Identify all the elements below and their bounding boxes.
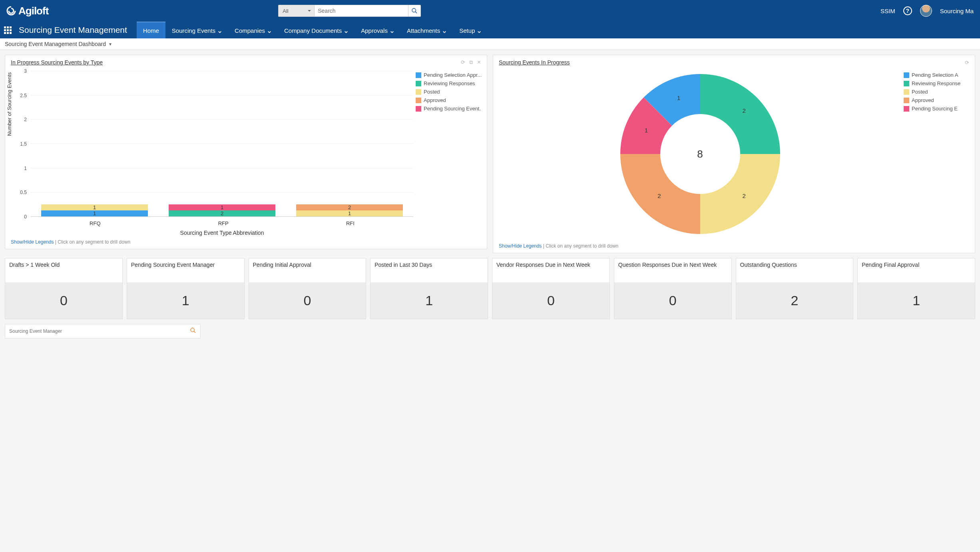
search-scope-select[interactable]: All bbox=[278, 5, 314, 17]
kpi-value: 0 bbox=[249, 282, 366, 319]
legend-label: Pending Sourcing Event... bbox=[424, 106, 481, 112]
help-icon[interactable]: ? bbox=[903, 6, 912, 15]
bars-row: 112112 bbox=[31, 71, 413, 217]
bar-segment[interactable]: 1 bbox=[169, 204, 276, 210]
nav-item-approvals[interactable]: Approvals bbox=[355, 22, 400, 38]
y-tick: 2.5 bbox=[20, 93, 27, 98]
donut-segment-label: 2 bbox=[657, 192, 661, 199]
ssim-link[interactable]: SSIM bbox=[880, 8, 895, 14]
legend-label: Posted bbox=[424, 89, 440, 95]
kpi-group-left: Drafts > 1 Week Old0Pending Sourcing Eve… bbox=[5, 258, 488, 319]
kpi-card[interactable]: Question Responses Due in Next Week0 bbox=[614, 258, 732, 319]
footer-hint: | Click on any segment to drill down bbox=[54, 239, 130, 245]
legend-label: Pending Sourcing E bbox=[912, 106, 958, 112]
user-avatar[interactable] bbox=[920, 5, 932, 17]
bar-chart[interactable]: Number of Sourcing Events 00.511.522.53 … bbox=[11, 68, 413, 236]
main-nav: Sourcing Event Management HomeSourcing E… bbox=[0, 22, 980, 38]
chart-footer: Show/Hide Legends | Click on any segment… bbox=[11, 239, 481, 245]
nav-item-label: Sourcing Events bbox=[172, 27, 215, 34]
bottom-search-input[interactable] bbox=[5, 328, 186, 334]
global-search: All bbox=[278, 5, 421, 17]
nav-item-home[interactable]: Home bbox=[137, 22, 165, 38]
legend-label: Reviewing Responses bbox=[424, 80, 475, 86]
svg-line-1 bbox=[415, 12, 417, 13]
refresh-icon[interactable]: ⟳ bbox=[461, 59, 465, 66]
kpi-row: Drafts > 1 Week Old0Pending Sourcing Eve… bbox=[0, 258, 980, 324]
legend-swatch bbox=[416, 89, 421, 95]
x-tick-label: RFI bbox=[346, 220, 355, 226]
panel-title[interactable]: Sourcing Events In Progress bbox=[499, 59, 570, 66]
panel-bar-chart: In Progress Sourcing Events by Type ⟳ ⧉ … bbox=[5, 55, 487, 249]
bar-group[interactable]: 12 bbox=[296, 204, 403, 216]
legend-item[interactable]: Approved bbox=[416, 97, 481, 103]
nav-item-setup[interactable]: Setup bbox=[453, 22, 488, 38]
close-icon[interactable]: ✕ bbox=[477, 59, 481, 66]
bar-segment[interactable]: 1 bbox=[41, 210, 148, 216]
donut-chart-legend: Pending Selection AReviewing ResponsePos… bbox=[901, 68, 969, 240]
legend-label: Reviewing Response bbox=[912, 80, 960, 86]
bar-segment[interactable]: 2 bbox=[296, 204, 403, 210]
bar-group[interactable]: 21 bbox=[169, 204, 276, 216]
apps-grid-icon[interactable] bbox=[4, 26, 12, 34]
y-tick: 2 bbox=[24, 117, 27, 122]
breadcrumb[interactable]: Sourcing Event Management Dashboard ▼ bbox=[0, 38, 980, 50]
legend-item[interactable]: Pending Sourcing E bbox=[904, 106, 969, 112]
legend-swatch bbox=[904, 98, 909, 103]
right-column: Sourcing Events In Progress ⟳ 12221 8 Pe… bbox=[493, 55, 975, 253]
bar-chart-wrapper: Number of Sourcing Events 00.511.522.53 … bbox=[11, 68, 481, 236]
toggle-legend-link[interactable]: Show/Hide Legends bbox=[499, 243, 542, 249]
bottom-search-button[interactable] bbox=[186, 327, 200, 335]
kpi-card[interactable]: Pending Final Approval1 bbox=[857, 258, 975, 319]
bar-segment[interactable]: 2 bbox=[169, 210, 276, 216]
nav-items: HomeSourcing EventsCompaniesCompany Docu… bbox=[137, 22, 488, 38]
search-input[interactable] bbox=[314, 5, 408, 17]
panel-title[interactable]: In Progress Sourcing Events by Type bbox=[11, 59, 103, 66]
legend-label: Posted bbox=[912, 89, 928, 95]
donut-segment-label: 2 bbox=[742, 107, 745, 114]
legend-label: Approved bbox=[912, 97, 934, 103]
y-ticks: 00.511.522.53 bbox=[11, 71, 29, 217]
bar-segment[interactable]: 1 bbox=[296, 210, 403, 216]
nav-item-sourcing-events[interactable]: Sourcing Events bbox=[165, 22, 228, 38]
donut-chart[interactable]: 12221 8 bbox=[499, 68, 901, 240]
legend-item[interactable]: Posted bbox=[904, 89, 969, 95]
legend-item[interactable]: Approved bbox=[904, 97, 969, 103]
legend-item[interactable]: Reviewing Responses bbox=[416, 80, 481, 86]
popout-icon[interactable]: ⧉ bbox=[469, 59, 473, 66]
kpi-value: 0 bbox=[492, 282, 610, 319]
kpi-card[interactable]: Vendor Responses Due in Next Week0 bbox=[492, 258, 610, 319]
kpi-card[interactable]: Pending Sourcing Event Manager1 bbox=[127, 258, 245, 319]
kpi-card[interactable]: Posted in Last 30 Days1 bbox=[370, 258, 488, 319]
bottom-search bbox=[5, 324, 201, 338]
legend-label: Approved bbox=[424, 97, 446, 103]
x-labels: RFQRFPRFI bbox=[31, 220, 413, 226]
legend-item[interactable]: Pending Sourcing Event... bbox=[416, 106, 481, 112]
legend-item[interactable]: Pending Selection A bbox=[904, 72, 969, 78]
search-button[interactable] bbox=[408, 5, 421, 17]
legend-swatch bbox=[904, 81, 909, 86]
y-tick: 1.5 bbox=[20, 141, 27, 147]
kpi-card[interactable]: Drafts > 1 Week Old0 bbox=[5, 258, 123, 319]
legend-swatch bbox=[416, 81, 421, 86]
legend-swatch bbox=[416, 98, 421, 103]
search-icon bbox=[411, 8, 418, 14]
refresh-icon[interactable]: ⟳ bbox=[965, 60, 969, 66]
nav-item-company-documents[interactable]: Company Documents bbox=[278, 22, 355, 38]
donut-segment-label: 2 bbox=[742, 192, 745, 199]
kpi-card[interactable]: Outstanding Questions2 bbox=[736, 258, 854, 319]
toggle-legend-link[interactable]: Show/Hide Legends bbox=[11, 239, 54, 245]
brand-logo[interactable]: Agiloft bbox=[6, 5, 48, 17]
chevron-down-icon bbox=[267, 28, 271, 32]
x-axis-label: Sourcing Event Type Abbreviation bbox=[31, 230, 413, 236]
username-label[interactable]: Sourcing Ma bbox=[940, 8, 974, 14]
legend-item[interactable]: Posted bbox=[416, 89, 481, 95]
dashboard: In Progress Sourcing Events by Type ⟳ ⧉ … bbox=[0, 50, 980, 258]
nav-item-attachments[interactable]: Attachments bbox=[400, 22, 453, 38]
bar-group[interactable]: 11 bbox=[41, 204, 148, 216]
kpi-card[interactable]: Pending Initial Approval0 bbox=[249, 258, 367, 319]
nav-item-companies[interactable]: Companies bbox=[228, 22, 278, 38]
legend-item[interactable]: Reviewing Response bbox=[904, 80, 969, 86]
bar-segment[interactable]: 1 bbox=[41, 204, 148, 210]
chevron-down-icon bbox=[390, 28, 394, 32]
legend-item[interactable]: Pending Selection Appr... bbox=[416, 72, 481, 78]
